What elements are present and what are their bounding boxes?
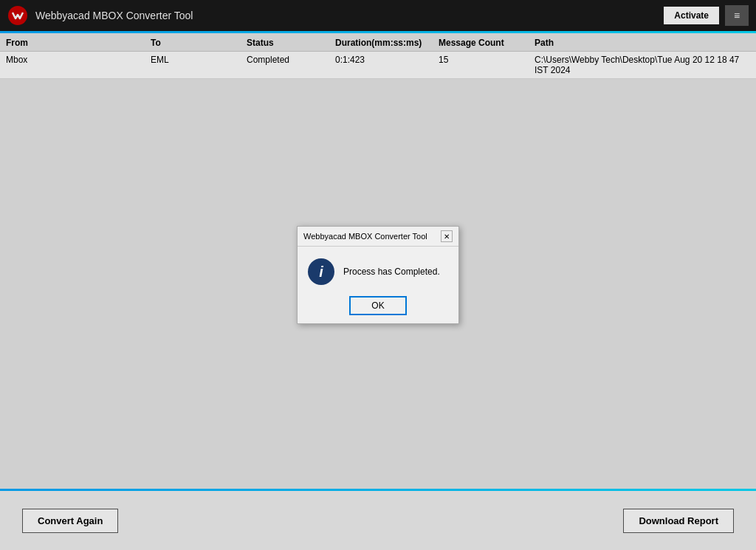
modal-dialog: Webbyacad MBOX Converter Tool ✕ i Proces…	[297, 226, 459, 324]
modal-body: i Process has Completed.	[298, 247, 458, 292]
modal-footer: OK	[298, 292, 458, 323]
modal-titlebar: Webbyacad MBOX Converter Tool ✕	[298, 227, 458, 247]
modal-close-button[interactable]: ✕	[441, 230, 453, 242]
ok-button[interactable]: OK	[350, 297, 405, 314]
modal-title: Webbyacad MBOX Converter Tool	[303, 232, 427, 241]
modal-message: Process has Completed.	[343, 267, 440, 277]
modal-overlay: Webbyacad MBOX Converter Tool ✕ i Proces…	[0, 0, 756, 550]
info-icon: i	[308, 258, 334, 285]
